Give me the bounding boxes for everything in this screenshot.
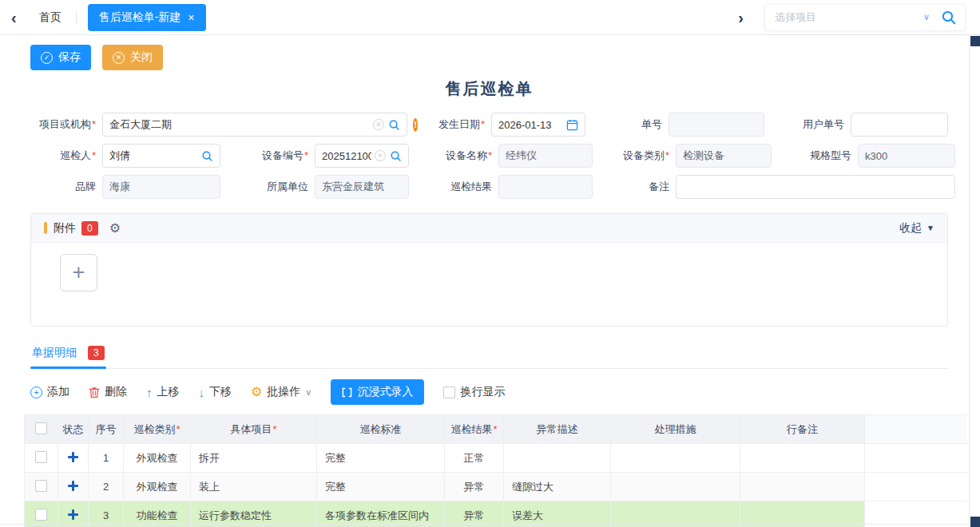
- col-measure: 处理措施: [611, 415, 740, 444]
- row-add-icon[interactable]: [68, 509, 78, 520]
- col-status: 状态: [58, 415, 89, 444]
- save-check-icon: ✓: [41, 52, 53, 64]
- add-row-button[interactable]: + 添加: [30, 385, 69, 399]
- attachment-title: 附件: [54, 221, 76, 236]
- inspect-result-label: 巡检结果: [409, 180, 498, 194]
- clear-icon[interactable]: ✕: [375, 150, 386, 161]
- clear-icon[interactable]: ✕: [373, 119, 384, 130]
- cell-item[interactable]: 拆开: [191, 444, 317, 473]
- collapse-label: 收起: [899, 221, 922, 236]
- device-category-input: 检测设备: [676, 144, 772, 168]
- form-row-3: 品牌 海康 所属单位 东营金辰建筑 巡检结果 备注: [30, 175, 948, 199]
- detail-tab-bar: 单据明细 3: [30, 343, 948, 369]
- cell-abnormal[interactable]: 缝隙过大: [504, 473, 611, 501]
- col-abnormal: 异常描述: [504, 415, 611, 444]
- order-no-label: 单号: [585, 117, 669, 132]
- order-no-input: [669, 113, 764, 137]
- search-icon[interactable]: [201, 150, 213, 162]
- frame-brackets-icon: [342, 387, 352, 398]
- col-seq: 序号: [89, 415, 124, 444]
- scrollbar-bottom-handle[interactable]: [970, 517, 980, 527]
- section-marker: [44, 222, 47, 234]
- triangle-down-icon: ▼: [926, 224, 934, 232]
- cell-standard[interactable]: 完整: [317, 473, 445, 501]
- brand-label: 品牌: [30, 180, 102, 194]
- close-button[interactable]: ✕ 关闭: [102, 45, 163, 70]
- col-standard: 巡检标准: [317, 415, 445, 444]
- batch-actions-button[interactable]: ⚙ 批操作 ∨: [251, 385, 311, 399]
- spec-model-label: 规格型号: [772, 149, 858, 163]
- cell-category[interactable]: 外观检查: [124, 444, 191, 473]
- search-icon[interactable]: [390, 150, 402, 162]
- cell-result[interactable]: 正常: [445, 444, 504, 473]
- cell-item[interactable]: 装上: [191, 473, 317, 501]
- row-add-icon[interactable]: [68, 452, 78, 462]
- project-input[interactable]: 金石大厦二期 ✕: [102, 113, 407, 137]
- cell-remark[interactable]: [740, 473, 865, 501]
- device-name-label: 设备名称*: [409, 149, 498, 163]
- device-no-label: 设备编号*: [220, 149, 315, 163]
- row-checkbox[interactable]: [35, 451, 47, 463]
- owner-unit-input: 东营金辰建筑: [315, 175, 409, 199]
- project-select[interactable]: 选择项目 ∨: [764, 4, 966, 31]
- form-row-2: 巡检人* 刘倩 设备编号* 2025121003 ✕ 设备名称* 经纬仪 设备类…: [30, 144, 948, 168]
- user-order-no-input[interactable]: [851, 113, 948, 137]
- forward-icon[interactable]: ›: [738, 10, 744, 26]
- col-category: 巡检类别*: [124, 415, 191, 444]
- tab-separator: [76, 10, 77, 25]
- tab-home[interactable]: 首页: [39, 10, 61, 25]
- move-up-button[interactable]: ↑ 上移: [146, 385, 180, 399]
- upload-button[interactable]: +: [60, 254, 97, 291]
- cell-measure[interactable]: [611, 473, 740, 501]
- vertical-scrollbar[interactable]: [969, 35, 980, 527]
- row-add-icon[interactable]: [68, 481, 78, 491]
- project-label: 项目或机构*: [30, 117, 102, 132]
- cell-abnormal[interactable]: [504, 444, 611, 473]
- row-checkbox[interactable]: [35, 509, 47, 521]
- cell-remark[interactable]: [740, 444, 865, 473]
- cell-seq: 2: [89, 473, 124, 501]
- calendar-icon[interactable]: [566, 119, 578, 131]
- immersive-entry-button[interactable]: 沉浸式录入: [331, 379, 424, 405]
- cell-category[interactable]: 外观检查: [124, 473, 191, 501]
- row-checkbox[interactable]: [35, 480, 47, 492]
- col-result: 巡检结果*: [445, 415, 504, 444]
- detail-count-badge: 3: [88, 346, 105, 360]
- attachment-header: 附件 0 ⚙ 收起 ▼: [31, 214, 947, 243]
- table-row-2[interactable]: 2 外观检查 装上 完整 异常 缝隙过大: [25, 473, 967, 501]
- inspector-input[interactable]: 刘倩: [102, 144, 220, 168]
- device-no-input[interactable]: 2025121003 ✕: [315, 144, 409, 168]
- remark-input[interactable]: [676, 175, 955, 199]
- circle-plus-icon: +: [30, 386, 42, 398]
- collapse-toggle[interactable]: 收起 ▼: [899, 221, 934, 236]
- back-icon[interactable]: ‹: [11, 10, 17, 26]
- gear-icon[interactable]: ⚙: [109, 222, 121, 235]
- wrap-checkbox[interactable]: [443, 386, 455, 398]
- search-icon[interactable]: [941, 10, 957, 26]
- scrollbar-top-handle[interactable]: [970, 36, 980, 46]
- close-circle-icon: ✕: [113, 52, 125, 64]
- close-tab-icon[interactable]: ×: [188, 12, 194, 23]
- save-label: 保存: [58, 50, 81, 65]
- tab-active-inspection-form[interactable]: 售后巡检单-新建 ×: [88, 4, 206, 31]
- date-input[interactable]: 2026-01-13: [491, 113, 585, 137]
- device-category-label: 设备类别*: [593, 149, 676, 163]
- cell-result[interactable]: 异常: [445, 473, 504, 501]
- wrap-display-toggle[interactable]: 换行显示: [443, 385, 505, 399]
- move-down-button[interactable]: ↓ 下移: [199, 385, 232, 399]
- cell-measure[interactable]: [611, 444, 740, 473]
- tab-detail-lines[interactable]: 单据明细 3: [30, 343, 106, 368]
- tab-active-label: 售后巡检单-新建: [99, 10, 181, 25]
- date-value: 2026-01-13: [498, 119, 563, 131]
- delete-row-button[interactable]: 删除: [89, 385, 127, 399]
- table-row-1[interactable]: 1 外观检查 拆开 完整 正常: [25, 444, 967, 473]
- project-select-placeholder: 选择项目: [775, 10, 923, 25]
- action-bar: ✓ 保存 ✕ 关闭: [30, 45, 948, 70]
- col-item: 具体项目*: [191, 415, 317, 444]
- chevron-down-icon[interactable]: ∨: [923, 12, 930, 22]
- search-icon[interactable]: [388, 119, 400, 131]
- cell-standard[interactable]: 完整: [317, 444, 445, 473]
- save-button[interactable]: ✓ 保存: [30, 45, 91, 70]
- select-all-checkbox[interactable]: [35, 422, 47, 434]
- detail-toolbar: + 添加 删除 ↑ 上移 ↓ 下移 ⚙ 批操作 ∨ 沉浸式录入: [30, 379, 948, 405]
